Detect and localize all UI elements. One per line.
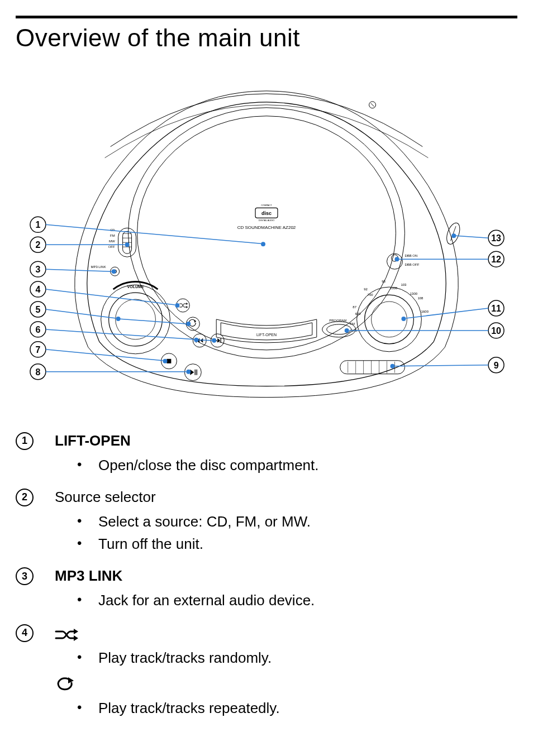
svg-point-102 bbox=[186, 370, 191, 374]
svg-text:700: 700 bbox=[368, 293, 374, 296]
svg-point-70 bbox=[261, 242, 265, 246]
svg-text:COMPACT: COMPACT bbox=[261, 204, 272, 207]
def-bullets: Jack for an external audio device. bbox=[55, 589, 517, 611]
svg-line-113 bbox=[406, 308, 488, 318]
svg-point-122 bbox=[391, 364, 395, 369]
svg-text:108: 108 bbox=[417, 296, 423, 300]
svg-text:DBB ON: DBB ON bbox=[404, 254, 417, 257]
def-bullet: Open/close the disc compartment. bbox=[77, 454, 517, 476]
svg-point-98 bbox=[163, 359, 167, 363]
svg-point-54 bbox=[322, 322, 356, 337]
lift-open-label: LIFT-OPEN bbox=[256, 333, 277, 337]
svg-point-106 bbox=[451, 233, 456, 238]
svg-line-97 bbox=[46, 350, 163, 361]
svg-line-105 bbox=[456, 236, 488, 238]
top-rule bbox=[16, 16, 517, 18]
svg-rect-31 bbox=[166, 359, 171, 363]
def-bullet: Jack for an external audio device. bbox=[77, 589, 517, 611]
antenna bbox=[444, 221, 462, 246]
shuffle-icon bbox=[55, 626, 80, 643]
def-title: LIFT-OPEN bbox=[55, 432, 517, 449]
svg-line-87 bbox=[118, 319, 187, 324]
svg-text:6: 6 bbox=[35, 325, 40, 334]
unit-diagram: disc COMPACT DIGITAL AUDIO CD SOUNDMACHI… bbox=[16, 58, 517, 414]
svg-line-91 bbox=[46, 329, 194, 339]
svg-point-114 bbox=[401, 317, 406, 321]
def-bullet: Play track/tracks randomly. bbox=[77, 647, 517, 669]
svg-text:DBB OFF: DBB OFF bbox=[404, 263, 419, 266]
svg-text:87: 87 bbox=[353, 305, 356, 309]
svg-text:8: 8 bbox=[35, 367, 40, 377]
svg-text:9: 9 bbox=[494, 361, 499, 370]
def-body: Play track/tracks randomly. Play track/t… bbox=[55, 623, 517, 728]
svg-text:98: 98 bbox=[382, 280, 386, 283]
svg-text:MW: MW bbox=[109, 240, 115, 243]
svg-point-82 bbox=[175, 303, 179, 308]
svg-point-94 bbox=[212, 338, 216, 343]
def-number: 4 bbox=[16, 623, 55, 642]
svg-text:1: 1 bbox=[35, 220, 40, 229]
def-number: 2 bbox=[16, 487, 55, 506]
circled-number: 3 bbox=[16, 567, 34, 585]
speaker-grille bbox=[340, 361, 405, 374]
def-number: 3 bbox=[16, 566, 55, 585]
svg-text:10: 10 bbox=[491, 326, 501, 336]
svg-text:1300: 1300 bbox=[410, 292, 418, 295]
def-bullets: Play track/tracks repeatedly. bbox=[55, 697, 517, 719]
svg-text:OFF: OFF bbox=[108, 245, 115, 248]
svg-text:13: 13 bbox=[491, 233, 501, 243]
compact-disc-logo: disc COMPACT DIGITAL AUDIO bbox=[255, 204, 278, 222]
svg-point-74 bbox=[125, 242, 130, 247]
def-number: 1 bbox=[16, 431, 55, 450]
def-body: MP3 LINK Jack for an external audio devi… bbox=[55, 566, 517, 619]
definitions-list: 1 LIFT-OPEN Open/close the disc compartm… bbox=[16, 431, 517, 728]
model-label: CD SOUNDMACHINE AZ202 bbox=[237, 225, 296, 230]
def-item-4: 4 Play track/tracks randomly. bbox=[16, 623, 517, 728]
def-bullet: Play track/tracks repeatedly. bbox=[77, 697, 517, 719]
svg-text:DIGITAL AUDIO: DIGITAL AUDIO bbox=[259, 219, 275, 222]
svg-rect-57 bbox=[340, 361, 405, 374]
svg-text:600: 600 bbox=[355, 312, 361, 315]
circled-number: 4 bbox=[16, 624, 34, 642]
svg-text:4: 4 bbox=[35, 285, 40, 294]
def-bullets: Play track/tracks randomly. bbox=[55, 647, 517, 669]
svg-text:12: 12 bbox=[491, 255, 501, 264]
svg-text:FM: FM bbox=[110, 234, 115, 237]
svg-line-1 bbox=[371, 103, 374, 107]
svg-text:VOLUME: VOLUME bbox=[127, 285, 144, 289]
def-title: MP3 LINK bbox=[55, 567, 517, 585]
svg-text:2: 2 bbox=[35, 240, 40, 250]
svg-text:1600: 1600 bbox=[421, 310, 429, 313]
svg-text:PROGRAM: PROGRAM bbox=[329, 319, 346, 322]
def-item-2: 2 Source selector Select a source: CD, F… bbox=[16, 487, 517, 563]
circled-number: 1 bbox=[16, 432, 34, 450]
svg-line-66 bbox=[450, 226, 456, 241]
svg-text:103: 103 bbox=[401, 283, 407, 286]
def-bullet: Turn off the unit. bbox=[77, 533, 517, 555]
svg-point-118 bbox=[345, 328, 349, 333]
def-item-3: 3 MP3 LINK Jack for an external audio de… bbox=[16, 566, 517, 619]
def-body: LIFT-OPEN Open/close the disc compartmen… bbox=[55, 431, 517, 484]
svg-text:disc: disc bbox=[261, 210, 272, 216]
svg-text:11: 11 bbox=[491, 304, 501, 313]
svg-point-40 bbox=[365, 295, 414, 344]
page-title: Overview of the main unit bbox=[16, 24, 517, 52]
def-bullets: Select a source: CD, FM, or MW. Turn off… bbox=[55, 510, 517, 556]
svg-text:3: 3 bbox=[35, 265, 40, 274]
svg-point-20 bbox=[101, 285, 170, 354]
def-body: Source selector Select a source: CD, FM,… bbox=[55, 487, 517, 563]
manual-page: Overview of the main unit disc COMPACT D… bbox=[0, 0, 533, 747]
def-title: Source selector bbox=[55, 489, 517, 506]
circled-number: 2 bbox=[16, 489, 34, 506]
svg-line-93 bbox=[196, 340, 212, 341]
svg-text:MP3 LINK: MP3 LINK bbox=[91, 265, 106, 269]
svg-line-85 bbox=[46, 309, 116, 318]
svg-line-121 bbox=[394, 365, 488, 366]
svg-line-69 bbox=[46, 224, 261, 243]
svg-text:92: 92 bbox=[364, 288, 368, 291]
svg-text:5: 5 bbox=[35, 305, 40, 314]
svg-point-2 bbox=[129, 108, 405, 358]
def-item-1: 1 LIFT-OPEN Open/close the disc compartm… bbox=[16, 431, 517, 484]
svg-point-78 bbox=[112, 269, 116, 274]
svg-point-110 bbox=[394, 257, 399, 261]
